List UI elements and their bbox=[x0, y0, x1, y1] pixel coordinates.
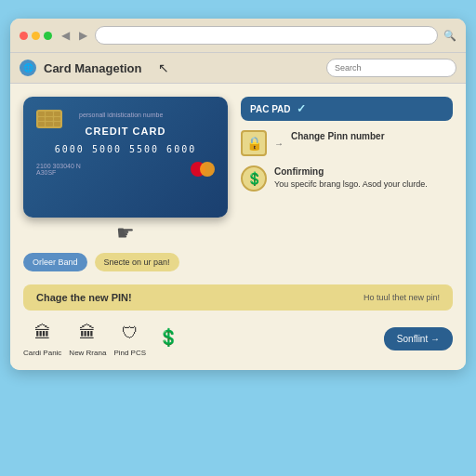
footer-label-0: Cardi Panic bbox=[23, 349, 61, 357]
chip-cell bbox=[38, 122, 45, 126]
pac-pad-label: PAC PAD bbox=[250, 104, 291, 114]
browser-chrome: ◀ ▶ 🔍 bbox=[10, 19, 466, 53]
footer-label-1: New Rrana bbox=[69, 349, 106, 357]
nav-back-icon[interactable]: ◀ bbox=[61, 29, 70, 42]
footer-btn-cardi[interactable]: 🏛 Cardi Panic bbox=[23, 320, 61, 357]
chip-cell bbox=[46, 117, 52, 122]
maximize-button[interactable] bbox=[44, 32, 52, 40]
hand-pointer-icon: ☛ bbox=[23, 221, 228, 245]
order-band-button[interactable]: Orleer Band bbox=[23, 253, 87, 271]
footer-btn-pind[interactable]: 🛡 Pind PCS bbox=[113, 320, 146, 357]
address-bar[interactable] bbox=[95, 26, 438, 45]
change-pin-text: Change Pinn number bbox=[291, 130, 385, 143]
card-code: A30SF bbox=[36, 169, 81, 176]
close-button[interactable] bbox=[20, 32, 28, 40]
change-pin-title: Change Pinn number bbox=[291, 130, 385, 143]
cursor-icon: ↖ bbox=[158, 60, 169, 75]
globe-icon: 🌐 bbox=[20, 60, 36, 76]
arrow-icon: → bbox=[274, 139, 284, 149]
browser-content: personall idnistication numbe CREDIT CAR… bbox=[10, 84, 466, 370]
bottom-banner: Chage the new PIN! Ho tuul thet new pin! bbox=[23, 284, 453, 311]
card-expiry: 2100 303040 N bbox=[36, 163, 81, 169]
chip-cell bbox=[46, 122, 52, 126]
banner-left-text: Chage the new PIN! bbox=[36, 292, 132, 303]
toolbar-search-input[interactable] bbox=[326, 59, 456, 77]
footer-btn-dollar[interactable]: 💲 bbox=[153, 324, 183, 353]
chip-cell bbox=[38, 117, 45, 122]
card-main-label: CREDIT CARD bbox=[36, 126, 215, 137]
card-chip bbox=[36, 110, 62, 128]
chip-cell bbox=[54, 117, 60, 122]
card-area: personall idnistication numbe CREDIT CAR… bbox=[23, 97, 228, 271]
bank-icon-1: 🏛 bbox=[28, 320, 58, 346]
page-title: Card Managetion bbox=[44, 61, 141, 75]
pac-check-icon: ✓ bbox=[297, 102, 306, 115]
mc-orange-circle bbox=[200, 162, 215, 177]
chip-cell bbox=[46, 112, 52, 116]
select-plan-button[interactable]: Snecte on ur pan! bbox=[95, 253, 179, 271]
chip-cell bbox=[38, 112, 45, 116]
browser-toolbar: 🌐 Card Managetion ↖ bbox=[10, 53, 466, 84]
bank-icon-2: 🏛 bbox=[73, 320, 102, 346]
browser-nav: ◀ ▶ 🔍 bbox=[60, 26, 456, 45]
dollar-icon: 💲 bbox=[241, 165, 267, 192]
card-bottom: 2100 303040 N A30SF bbox=[36, 162, 215, 177]
card-label-top: personall idnistication numbe bbox=[79, 112, 215, 118]
nav-forward-icon[interactable]: ▶ bbox=[79, 29, 87, 42]
banner-right-text: Ho tuul thet new pin! bbox=[364, 293, 440, 302]
traffic-lights bbox=[20, 32, 52, 40]
chip-cell bbox=[54, 112, 60, 116]
main-section: personall idnistication numbe CREDIT CAR… bbox=[23, 97, 453, 271]
card-buttons: Orleer Band Snecte on ur pan! bbox=[23, 253, 228, 271]
confirming-desc: You specifc brang lsgo. Asod your clurde… bbox=[274, 179, 428, 189]
info-row-1: 🔒 → Change Pinn number bbox=[241, 130, 453, 156]
mastercard-logo bbox=[191, 162, 215, 177]
chip-cell bbox=[54, 122, 60, 126]
footer-btn-new[interactable]: 🏛 New Rrana bbox=[69, 320, 106, 357]
confirming-text: Confirming You specifc brang lsgo. Asod … bbox=[274, 165, 428, 191]
shield-icon: 🛡 bbox=[115, 320, 145, 346]
lock-icon: 🔒 bbox=[241, 130, 267, 156]
footer-label-2: Pind PCS bbox=[113, 349, 146, 357]
card-number: 6000 5000 5500 6000 bbox=[36, 144, 215, 154]
confirming-title: Confirming bbox=[274, 165, 428, 178]
dollar-icon-2: 💲 bbox=[153, 324, 183, 350]
browser-window: ◀ ▶ 🔍 🌐 Card Managetion ↖ bbox=[10, 19, 466, 370]
pac-pad-box: PAC PAD ✓ bbox=[241, 97, 453, 121]
credit-card: personall idnistication numbe CREDIT CAR… bbox=[23, 97, 228, 218]
footer-buttons: 🏛 Cardi Panic 🏛 New Rrana 🛡 Pind PCS 💲 S… bbox=[23, 320, 453, 357]
info-row-2: 💲 Confirming You specifc brang lsgo. Aso… bbox=[241, 165, 453, 192]
right-panel: PAC PAD ✓ 🔒 → Change Pinn number 💲 Confi… bbox=[241, 97, 453, 271]
confirm-button[interactable]: Sonflint → bbox=[384, 327, 453, 350]
minimize-button[interactable] bbox=[32, 32, 40, 40]
card-info: 2100 303040 N A30SF bbox=[36, 163, 81, 176]
search-icon[interactable]: 🔍 bbox=[443, 30, 456, 42]
